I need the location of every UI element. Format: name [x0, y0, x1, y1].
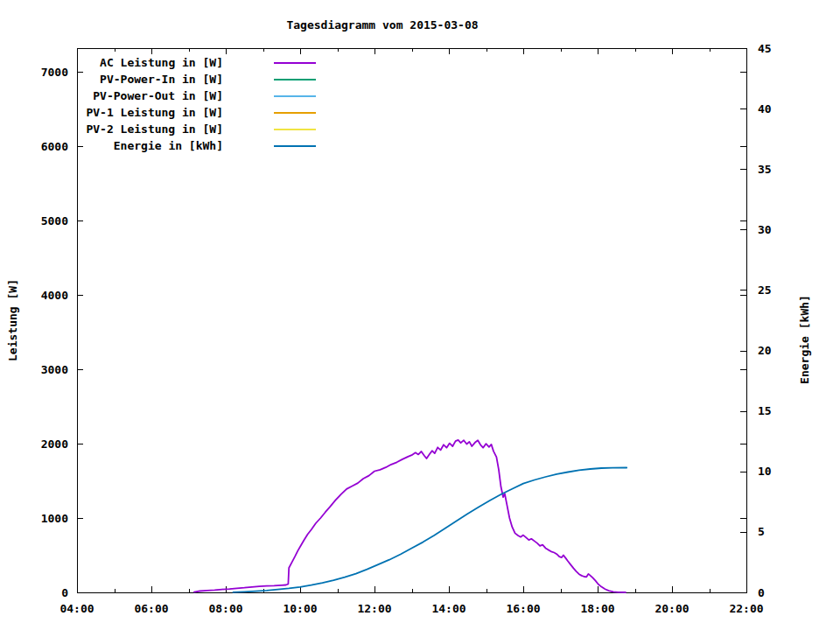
legend-item-label: PV-Power-Out in [W]: [76, 89, 223, 102]
legend-line-sample: [274, 112, 316, 114]
legend-item-label: PV-1 Leistung in [W]: [76, 106, 223, 119]
y-right-tick-label: 5: [758, 525, 765, 538]
y-left-tick-label: 0: [61, 586, 68, 599]
y-left-tick-label: 2000: [41, 438, 68, 451]
y-right-tick-label: 15: [758, 404, 772, 417]
legend: AC Leistung in [W]PV-Power-In in [W]PV-P…: [76, 54, 316, 154]
chart-title: Tagesdiagramm vom 2015-03-08: [286, 18, 478, 32]
x-tick-label: 10:00: [283, 602, 317, 615]
right-axis-label: Energie [kWh]: [798, 295, 811, 384]
legend-line-sample: [274, 145, 316, 147]
x-tick-label: 18:00: [580, 602, 614, 615]
y-right-tick-label: 0: [758, 586, 765, 599]
series-line-energie-in-kwh: [234, 468, 627, 592]
y-left-tick-label: 3000: [41, 363, 68, 376]
x-tick-label: 22:00: [729, 602, 763, 615]
y-right-tick-label: 45: [758, 42, 772, 55]
x-tick-label: 06:00: [134, 602, 168, 615]
x-tick-label: 12:00: [357, 602, 391, 615]
x-tick-label: 04:00: [60, 602, 94, 615]
x-tick-label: 14:00: [431, 602, 466, 615]
y-right-tick-label: 40: [758, 102, 772, 116]
legend-line-sample: [274, 129, 316, 130]
y-right-tick-label: 30: [758, 223, 772, 236]
y-left-tick-label: 1000: [41, 512, 68, 525]
y-left-tick-label: 4000: [41, 289, 68, 302]
y-left-tick-label: 7000: [41, 66, 68, 79]
x-tick-label: 20:00: [654, 602, 689, 615]
legend-item-label: AC Leistung in [W]: [76, 56, 223, 69]
legend-item-label: PV-Power-In in [W]: [76, 73, 223, 86]
legend-item-label: Energie in [kWh]: [76, 139, 223, 152]
legend-line-sample: [274, 62, 316, 64]
series-line-ac-leistung-in-w: [194, 440, 626, 592]
legend-item: PV-2 Leistung in [W]: [76, 121, 316, 137]
legend-line-sample: [274, 79, 316, 80]
left-axis-label: Leistung [W]: [6, 279, 19, 361]
y-left-tick-label: 5000: [41, 214, 68, 228]
y-left-tick-label: 6000: [41, 140, 68, 153]
legend-line-sample: [274, 95, 316, 97]
y-right-tick-label: 25: [758, 284, 772, 297]
y-right-tick-label: 35: [758, 163, 772, 176]
x-tick-label: 08:00: [208, 602, 242, 615]
legend-item: PV-1 Leistung in [W]: [76, 104, 316, 121]
y-right-tick-label: 20: [758, 344, 772, 357]
legend-item: AC Leistung in [W]: [76, 54, 316, 71]
legend-item: Energie in [kWh]: [76, 137, 316, 154]
legend-item: PV-Power-Out in [W]: [76, 88, 316, 104]
y-right-tick-label: 10: [758, 465, 772, 478]
chart-canvas: Tagesdiagramm vom 2015-03-08 Leistung [W…: [0, 0, 840, 630]
x-tick-label: 16:00: [506, 602, 540, 615]
legend-item-label: PV-2 Leistung in [W]: [76, 122, 223, 136]
legend-item: PV-Power-In in [W]: [76, 71, 316, 88]
